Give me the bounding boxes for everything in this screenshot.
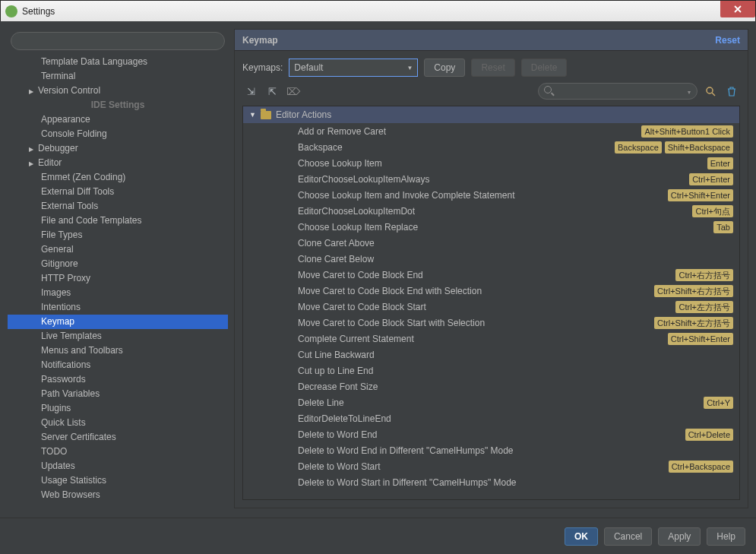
tree-item[interactable]: Notifications <box>8 358 228 372</box>
action-row[interactable]: Delete to Word EndCtrl+Delete <box>243 426 739 442</box>
reset-link[interactable]: Reset <box>715 35 740 46</box>
tree-item[interactable]: Intentions <box>8 300 228 315</box>
action-row[interactable]: Choose Lookup ItemEnter <box>243 155 739 171</box>
action-row[interactable]: Delete to Word End in Different "CamelHu… <box>243 442 739 458</box>
action-row[interactable]: Complete Current StatementCtrl+Shift+Ent… <box>243 331 739 347</box>
shortcut-badge: Ctrl+句点 <box>692 205 733 217</box>
action-name: Choose Lookup Item <box>298 158 382 169</box>
action-search-input[interactable]: ▾ <box>538 83 697 100</box>
actions-tree[interactable]: ▼ Editor Actions Add or Remove CaretAlt+… <box>242 106 740 500</box>
action-row[interactable]: Delete LineCtrl+Y <box>243 394 739 410</box>
settings-sidebar: Template Data LanguagesTerminalVersion C… <box>8 29 228 508</box>
tree-item[interactable]: Gitignore <box>8 257 228 271</box>
action-name: Complete Current Statement <box>298 334 414 344</box>
action-row[interactable]: Delete to Word Start in Different "Camel… <box>243 474 739 490</box>
shortcut-badge: Ctrl+Shift+右方括号 <box>654 285 733 297</box>
action-row[interactable]: Cut Line Backward <box>243 347 739 362</box>
copy-button[interactable]: Copy <box>424 59 465 77</box>
tree-item[interactable]: TODO <box>8 445 228 459</box>
tree-item[interactable]: Images <box>8 286 228 300</box>
tree-item[interactable]: Emmet (Zen Coding) <box>8 170 228 185</box>
action-row[interactable]: Choose Lookup Item ReplaceTab <box>243 219 739 235</box>
tree-item[interactable]: General <box>8 242 228 257</box>
shortcut-group: Alt+Shift+Button1 Click <box>641 125 733 138</box>
shortcut-group: BackspaceShift+Backspace <box>615 141 733 154</box>
action-row[interactable]: EditorDeleteToLineEnd <box>243 410 739 426</box>
expand-all-icon[interactable]: ⇲ <box>242 84 259 99</box>
action-row[interactable]: Add or Remove CaretAlt+Shift+Button1 Cli… <box>243 123 739 139</box>
shortcut-badge: Tab <box>713 221 733 233</box>
action-name: Delete to Word End in Different "CamelHu… <box>298 445 514 456</box>
cancel-button[interactable]: Cancel <box>604 527 652 546</box>
action-name: Move Caret to Code Block Start with Sele… <box>298 318 485 328</box>
action-row[interactable]: Clone Caret Below <box>243 251 739 267</box>
action-name: Delete to Word End <box>298 429 378 440</box>
tree-item[interactable]: HTTP Proxy <box>8 271 228 286</box>
tree-item[interactable]: Quick Lists <box>8 416 228 430</box>
action-row[interactable]: EditorChooseLookupItemDotCtrl+句点 <box>243 203 739 219</box>
tree-item[interactable]: Server Certificates <box>8 430 228 445</box>
action-row[interactable]: Clone Caret Above <box>243 235 739 251</box>
collapse-all-icon[interactable]: ⇱ <box>264 84 280 99</box>
action-row[interactable]: Delete to Word StartCtrl+Backspace <box>243 458 739 474</box>
tree-item[interactable]: Version Control <box>8 84 228 98</box>
ok-button[interactable]: OK <box>565 527 598 546</box>
shortcut-badge: Enter <box>707 157 733 169</box>
sidebar-search-input[interactable] <box>11 32 225 50</box>
keymap-toolbar: Keymaps: Default ▼ Copy Reset Delete <box>235 51 748 83</box>
keymaps-select[interactable]: Default ▼ <box>289 59 418 77</box>
action-row[interactable]: Move Caret to Code Block StartCtrl+左方括号 <box>243 299 739 315</box>
tree-item[interactable]: Updates <box>8 459 228 473</box>
action-row[interactable]: Move Caret to Code Block EndCtrl+右方括号 <box>243 267 739 283</box>
folder-icon <box>261 111 271 119</box>
help-button[interactable]: Help <box>707 527 745 546</box>
tree-item[interactable]: Editor <box>8 156 228 170</box>
chevron-down-icon: ▼ <box>406 65 413 71</box>
tree-item[interactable]: External Diff Tools <box>8 185 228 199</box>
settings-tree[interactable]: Template Data LanguagesTerminalVersion C… <box>8 55 228 508</box>
trash-icon[interactable] <box>723 84 740 99</box>
action-name: Cut Line Backward <box>298 350 375 360</box>
tree-item[interactable]: Appearance <box>8 112 228 127</box>
action-row[interactable]: Cut up to Line End <box>243 362 739 378</box>
action-row[interactable]: Decrease Font Size <box>243 378 739 394</box>
tree-item[interactable]: File and Code Templates <box>8 214 228 228</box>
tree-item[interactable]: Keymap <box>8 315 228 329</box>
tree-item[interactable]: Terminal <box>8 69 228 84</box>
tree-item[interactable]: Path Variables <box>8 387 228 401</box>
action-name: Clone Caret Above <box>298 238 375 249</box>
action-row[interactable]: EditorChooseLookupItemAlwaysCtrl+Enter <box>243 171 739 187</box>
shortcut-group: Ctrl+Shift+右方括号 <box>654 285 733 297</box>
action-name: EditorDeleteToLineEnd <box>298 413 391 424</box>
tree-item[interactable]: File Types <box>8 228 228 242</box>
tree-item[interactable]: Passwords <box>8 372 228 387</box>
action-name: Delete to Word Start <box>298 461 381 472</box>
disclose-down-icon: ▼ <box>249 111 256 119</box>
svg-point-0 <box>707 87 713 93</box>
shortcut-badge: Ctrl+Backspace <box>669 461 733 473</box>
close-button[interactable] <box>720 1 755 17</box>
action-row[interactable]: Move Caret to Code Block Start with Sele… <box>243 315 739 331</box>
find-shortcut-icon[interactable] <box>702 84 719 99</box>
tree-item[interactable]: Console Folding <box>8 127 228 141</box>
category-row[interactable]: ▼ Editor Actions <box>243 106 739 123</box>
tree-item[interactable]: Plugins <box>8 401 228 416</box>
edit-shortcut-icon[interactable]: ⌦ <box>285 84 302 99</box>
tree-item[interactable]: Live Templates <box>8 329 228 343</box>
tree-item[interactable]: Usage Statistics <box>8 473 228 488</box>
tree-item[interactable]: Web Browsers <box>8 488 228 502</box>
window-title: Settings <box>22 6 55 17</box>
apply-button[interactable]: Apply <box>658 527 701 546</box>
tree-item[interactable]: Debugger <box>8 141 228 156</box>
tree-section-header: IDE Settings <box>8 98 228 112</box>
tree-item[interactable]: Menus and Toolbars <box>8 343 228 358</box>
shortcut-badge: Ctrl+Enter <box>689 173 733 185</box>
action-row[interactable]: Choose Lookup Item and Invoke Complete S… <box>243 187 739 203</box>
tree-item[interactable]: Template Data Languages <box>8 55 228 69</box>
action-row[interactable]: BackspaceBackspaceShift+Backspace <box>243 139 739 155</box>
action-name: Cut up to Line End <box>298 366 373 376</box>
category-label: Editor Actions <box>276 109 331 120</box>
tree-item[interactable]: External Tools <box>8 199 228 214</box>
reset-button: Reset <box>471 59 514 77</box>
action-row[interactable]: Move Caret to Code Block End with Select… <box>243 283 739 299</box>
